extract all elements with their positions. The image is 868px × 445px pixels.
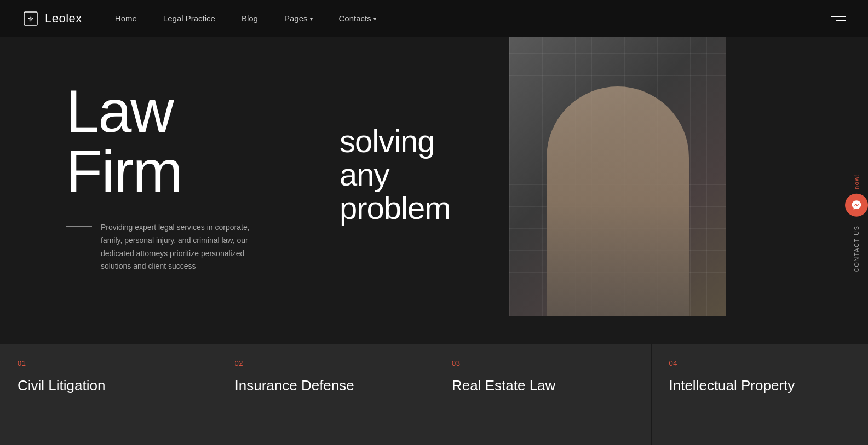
nav-contacts[interactable]: Contacts ▾ <box>339 14 376 23</box>
card-1[interactable]: 01 Civil Litigation <box>0 344 217 445</box>
card-3[interactable]: 03 Real Estate Law <box>434 344 652 445</box>
card-1-number: 01 <box>18 359 199 367</box>
contact-now-label: now! <box>853 173 860 189</box>
hero-divider-line <box>66 226 92 227</box>
card-4-title: Intellectual Property <box>669 377 851 394</box>
nav-home[interactable]: Home <box>115 14 137 23</box>
hero-image-bg <box>509 37 726 316</box>
messenger-icon <box>851 199 862 210</box>
nav-blog[interactable]: Blog <box>242 14 258 23</box>
hero-section: Law Firm Providing expert legal services… <box>0 37 868 344</box>
pages-chevron-icon: ▾ <box>310 16 313 22</box>
navbar: ⚜ Leolex Home Legal Practice Blog Pages … <box>0 0 868 37</box>
hero-divider-area: Providing expert legal services in corpo… <box>66 221 296 273</box>
contact-side: now! Contact us <box>845 173 868 272</box>
contact-label-text: Contact us <box>853 225 860 272</box>
cards-section: 01 Civil Litigation 02 Insurance Defense… <box>0 344 868 445</box>
card-3-number: 03 <box>452 359 634 367</box>
logo-text: Leolex <box>45 11 82 26</box>
nav-pages[interactable]: Pages ▾ <box>284 14 313 23</box>
logo[interactable]: ⚜ Leolex <box>22 10 82 27</box>
logo-icon: ⚜ <box>22 10 39 27</box>
hamburger-menu[interactable] <box>831 16 846 21</box>
svg-text:⚜: ⚜ <box>27 15 35 24</box>
hero-image <box>509 37 726 316</box>
hamburger-line-2 <box>836 20 846 21</box>
card-2-number: 02 <box>235 359 417 367</box>
card-4[interactable]: 04 Intellectual Property <box>652 344 869 445</box>
hero-middle: solving any problem <box>296 70 487 344</box>
nav-legal-practice[interactable]: Legal Practice <box>163 14 215 23</box>
hero-description: Providing expert legal services in corpo… <box>101 221 260 273</box>
card-2[interactable]: 02 Insurance Defense <box>217 344 435 445</box>
nav-links: Home Legal Practice Blog Pages ▾ Contact… <box>115 14 831 23</box>
hamburger-line-1 <box>831 16 846 17</box>
nav-right <box>831 16 846 21</box>
card-1-title: Civil Litigation <box>18 377 199 394</box>
hero-left: Law Firm Providing expert legal services… <box>66 70 296 344</box>
hero-tagline: solving any problem <box>340 125 451 225</box>
card-4-number: 04 <box>669 359 851 367</box>
hero-title: Law Firm <box>66 81 296 201</box>
card-2-title: Insurance Defense <box>235 377 417 394</box>
contact-circle-button[interactable] <box>845 193 868 216</box>
card-3-title: Real Estate Law <box>452 377 634 394</box>
contacts-chevron-icon: ▾ <box>373 16 376 22</box>
